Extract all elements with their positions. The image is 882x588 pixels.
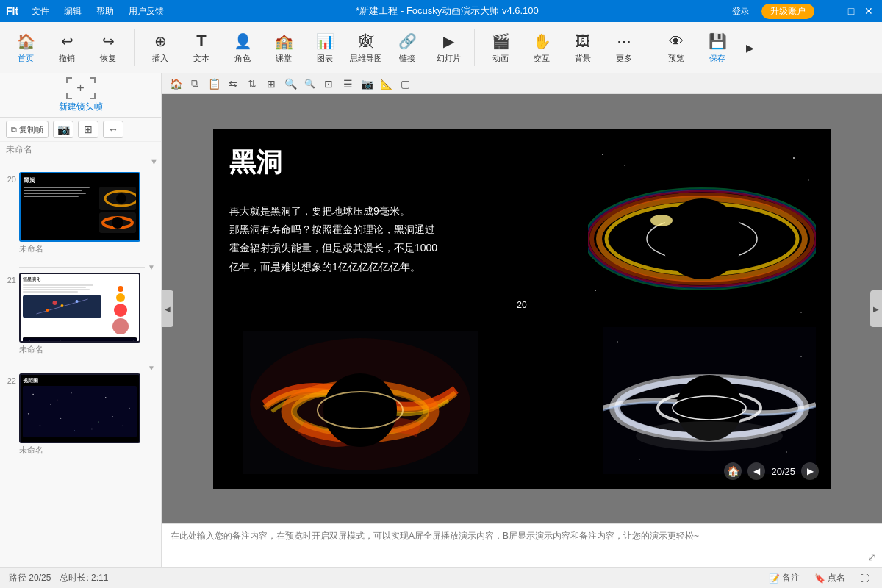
menu-help[interactable]: 帮助 bbox=[92, 4, 118, 19]
svg-point-22 bbox=[105, 397, 107, 398]
copy-sec-tool[interactable]: ⧉ bbox=[187, 76, 203, 92]
menu-edit[interactable]: 编辑 bbox=[60, 4, 86, 19]
fullscreen-status-btn[interactable]: ⛶ bbox=[856, 572, 873, 585]
svg-point-16 bbox=[133, 341, 134, 342]
arrange-tool[interactable]: ☰ bbox=[340, 76, 356, 92]
new-frame-label: 新建镜头帧 bbox=[59, 101, 103, 113]
path-indicator: 路径 20/25 bbox=[9, 572, 51, 584]
window-title: *新建工程 - Focusky动画演示大师 v4.6.100 bbox=[356, 4, 539, 18]
zoom-out-tool[interactable]: 🔍 bbox=[301, 76, 318, 92]
thumb22-title: 视距图 bbox=[23, 377, 137, 384]
titlebar-left: FIt 文件 编辑 帮助 用户反馈 bbox=[6, 4, 168, 19]
zoom-in-tool[interactable]: 🔍 bbox=[282, 76, 298, 92]
slide-thumb-22[interactable]: 视距图 bbox=[19, 373, 140, 443]
rect-tool[interactable]: ▢ bbox=[397, 76, 413, 92]
svg-point-10 bbox=[29, 341, 31, 343]
flip-v-tool[interactable]: ⇅ bbox=[244, 76, 260, 92]
slide-para-2: 那黑洞有寿命吗？按照霍金的理论，黑洞通过 bbox=[229, 223, 435, 235]
slide-text-content[interactable]: 再大就是黑洞了，要把地球压成9毫米。 那黑洞有寿命吗？按照霍金的理论，黑洞通过 … bbox=[229, 202, 465, 276]
toolbar-save[interactable]: 💾 保存 bbox=[698, 26, 737, 70]
blackhole-image-3 bbox=[603, 327, 816, 474]
svg-point-59 bbox=[786, 451, 787, 453]
canvas-area: 🏠 ⧉ 📋 ⇆ ⇅ ⊞ 🔍 🔍 ⊡ ☰ 📷 📐 ▢ ◀ 黑洞 bbox=[162, 74, 882, 567]
notes-area: ⤢ bbox=[162, 523, 882, 567]
toolbar-more[interactable]: ⋯ 更多 bbox=[604, 26, 644, 70]
toolbar-undo[interactable]: ↩ 撤销 bbox=[47, 26, 87, 70]
slide-title[interactable]: 黑洞 bbox=[229, 145, 282, 181]
toolbar-nav-right[interactable]: ▶ bbox=[739, 26, 761, 70]
expand-right-panel[interactable]: ▶ bbox=[870, 290, 882, 327]
toolbar-mindmap[interactable]: 🕸 思维导图 bbox=[346, 26, 386, 70]
toolbar-redo[interactable]: ↪ 恢复 bbox=[88, 26, 128, 70]
copy-icon: ⧉ bbox=[11, 125, 17, 135]
slide-thumb-wrapper-22: 视距图 bbox=[19, 373, 158, 457]
toolbar-chart[interactable]: 📊 图表 bbox=[305, 26, 345, 70]
text-label: 文本 bbox=[193, 53, 209, 64]
menu-feedback[interactable]: 用户反馈 bbox=[124, 4, 168, 19]
group-tool[interactable]: ⊞ bbox=[263, 76, 279, 92]
resize-button[interactable]: ↔ bbox=[103, 121, 123, 138]
collapse-left-panel[interactable]: ◀ bbox=[162, 290, 173, 327]
prev-page-btn[interactable]: ◀ bbox=[747, 462, 765, 480]
canvas-wrapper[interactable]: ◀ 黑洞 再大就是黑洞了，要把地球压成9毫米。 那黑洞有寿命吗？按照霍金的理论，… bbox=[162, 94, 882, 523]
svg-point-36 bbox=[793, 157, 795, 159]
close-button[interactable]: ✕ bbox=[861, 4, 876, 18]
slide-thumb-21[interactable]: 恒星演化 bbox=[19, 273, 140, 343]
home-canvas-btn[interactable]: 🏠 bbox=[724, 462, 742, 480]
slide-thumb-20[interactable]: 黑洞 bbox=[19, 172, 140, 242]
home-sec-tool[interactable]: 🏠 bbox=[168, 76, 184, 92]
toolbar-group-content: ⊕ 插入 T 文本 👤 角色 🏫 课堂 📊 图表 🕸 思维导图 🔗 链接 ▶ bbox=[140, 26, 468, 70]
corner-bl bbox=[66, 93, 72, 99]
background-icon: 🖼 bbox=[573, 31, 593, 51]
toolbar-link[interactable]: 🔗 链接 bbox=[387, 26, 427, 70]
home-label: 首页 bbox=[18, 53, 34, 64]
collapse-icon-top[interactable]: ▼ bbox=[150, 157, 158, 166]
toolbar-animation[interactable]: 🎬 动画 bbox=[481, 26, 520, 70]
mindmap-label: 思维导图 bbox=[350, 53, 382, 64]
toolbar-background[interactable]: 🖼 背景 bbox=[563, 26, 603, 70]
blackhole-image-1 bbox=[588, 143, 816, 334]
measure-tool[interactable]: 📐 bbox=[378, 76, 394, 92]
toolbar-interact[interactable]: ✋ 交互 bbox=[522, 26, 562, 70]
flip-h-tool[interactable]: ⇆ bbox=[225, 76, 241, 92]
new-frame-plus: + bbox=[66, 77, 96, 99]
divider-21 bbox=[19, 368, 145, 368]
svg-rect-17 bbox=[23, 387, 137, 436]
svg-point-19 bbox=[50, 404, 51, 405]
menu-file[interactable]: 文件 bbox=[27, 4, 54, 19]
toolbar-role[interactable]: 👤 角色 bbox=[223, 26, 262, 70]
camera-sec-tool[interactable]: 📷 bbox=[359, 76, 375, 92]
toolbar-home[interactable]: 🏠 首页 bbox=[6, 26, 46, 70]
fit-tool[interactable]: ⊡ bbox=[320, 76, 337, 92]
divider-icon-21: ▼ bbox=[145, 364, 158, 372]
paste-sec-tool[interactable]: 📋 bbox=[206, 76, 222, 92]
slide-label-21: 未命名 bbox=[19, 343, 158, 356]
blackhole-image-2 bbox=[243, 331, 478, 474]
notes-input[interactable] bbox=[171, 530, 873, 562]
corner-tl bbox=[66, 77, 72, 83]
grid-button[interactable]: ⊞ bbox=[78, 121, 98, 138]
notes-status-btn[interactable]: 📝 备注 bbox=[764, 570, 804, 586]
statusbar-left: 路径 20/25 总时长: 2:11 bbox=[9, 572, 108, 584]
toolbar-ppt[interactable]: ▶ 幻灯片 bbox=[429, 26, 468, 70]
toolbar-classroom[interactable]: 🏫 课堂 bbox=[264, 26, 304, 70]
login-button[interactable]: 登录 bbox=[726, 4, 756, 19]
titlebar-right: 登录 升级账户 — □ ✕ bbox=[726, 4, 876, 19]
c1 bbox=[118, 286, 123, 292]
new-frame-button[interactable]: + 新建镜头帧 bbox=[0, 74, 161, 118]
next-page-btn[interactable]: ▶ bbox=[801, 462, 819, 480]
svg-rect-9 bbox=[23, 338, 137, 343]
notes-expand-button[interactable]: ⤢ bbox=[867, 551, 876, 563]
minimize-button[interactable]: — bbox=[826, 4, 841, 18]
upgrade-button[interactable]: 升级账户 bbox=[761, 4, 814, 19]
more-label: 更多 bbox=[616, 53, 632, 64]
toolbar-insert[interactable]: ⊕ 插入 bbox=[140, 26, 180, 70]
svg-point-34 bbox=[602, 154, 603, 155]
toolbar-preview[interactable]: 👁 预览 bbox=[656, 26, 696, 70]
ppt-icon: ▶ bbox=[438, 31, 459, 51]
maximize-button[interactable]: □ bbox=[844, 4, 858, 18]
toolbar-text[interactable]: T 文本 bbox=[182, 26, 221, 70]
camera-button[interactable]: 📷 bbox=[53, 121, 74, 138]
bookmark-status-btn[interactable]: 🔖 点名 bbox=[810, 570, 850, 586]
copy-frame-button[interactable]: ⧉ 复制帧 bbox=[6, 121, 49, 138]
